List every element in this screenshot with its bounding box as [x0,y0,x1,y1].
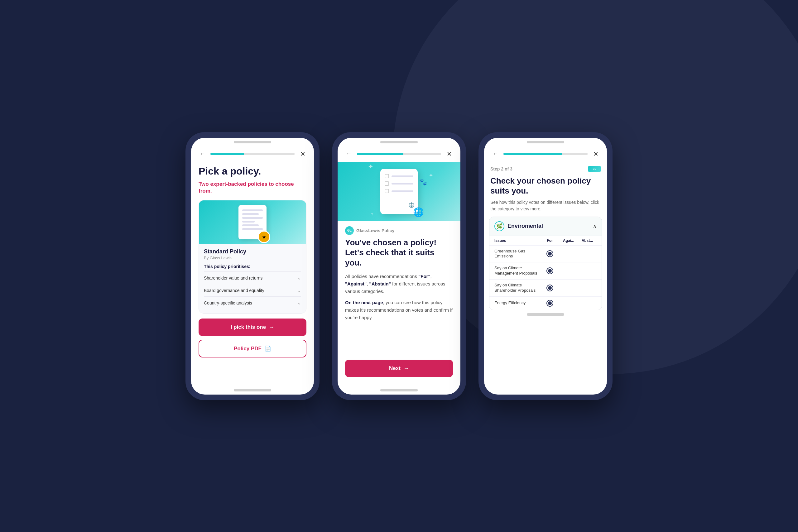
phone-2-inner: ← ✕ ✦ ✦ ? [338,138,460,395]
back-button[interactable]: ← [197,149,207,159]
doc-line-4 [242,221,255,223]
policy-item-2-label: Board governance and equality [204,288,264,293]
doc-illustration: ✦ ✦ ✦ ★ [239,205,267,239]
chevron-down-icon-1: ⌄ [297,275,301,281]
back-button-2[interactable]: ← [344,149,354,159]
policy-name: Standard Policy [204,248,301,255]
env-issue-2: Say on Climate Management Proposals [494,266,540,276]
progress-fill [210,153,244,155]
env-row-2: Say on Climate Management Proposals [489,262,602,279]
sparkle-p2-3: ? [371,212,374,217]
progress-bar [210,153,294,155]
scale-icon: ⚖️ [408,202,415,208]
checkbox-3 [385,189,389,193]
doc-paper: ★ [239,205,267,239]
p3-heading: Check your chosen policy suits you. [484,174,607,199]
progress-bar-3 [504,153,588,155]
phone-2-content: You've chosen a policy! Let's check that… [338,238,460,355]
check-line-1 [392,175,413,177]
p2-heading: You've chosen a policy! Let's check that… [345,238,453,268]
phone-3-header: ← ✕ [484,144,607,162]
p3-logo: GL [588,166,601,172]
env-header[interactable]: 🌿 Enviromental ∧ [489,217,602,235]
phones-container: ← ✕ Pick a policy. Two expert-backed pol… [186,132,612,400]
radio-filled-4 [547,300,553,307]
env-table: Issues For Agai... Abst... Greenhouse Ga… [489,235,602,310]
page-subtitle: Two expert-backed policies to choose fro… [198,181,306,194]
environmental-section: 🌿 Enviromental ∧ Issues For Agai... Abst… [489,216,602,310]
policy-pdf-label: Policy PDF [234,346,262,352]
env-table-header: Issues For Agai... Abst... [489,235,602,245]
doc-line-6 [242,228,263,230]
env-row-1: Greenhouse Gas Emissions [489,245,602,262]
close-button-2[interactable]: ✕ [444,149,454,159]
doc-line-1 [242,209,263,211]
doc-line-5 [242,224,259,226]
env-issue-1: Greenhouse Gas Emissions [494,249,540,259]
paw-icon: 🐾 [419,178,427,186]
radio-inner-3 [548,286,552,290]
env-issue-4: Energy Efficiency [494,301,540,306]
step-label: Step 2 of 3 [490,167,512,171]
env-issue-3: Say on Climate Shareholder Proposals [494,283,540,293]
policy-item-2[interactable]: Board governance and equality ⌄ [204,284,301,297]
policy-card: ✦ ✦ ✦ ★ [198,200,306,314]
col-against: Agai... [559,239,578,243]
pick-this-one-button[interactable]: I pick this one → [198,319,306,336]
doc-seal: ★ [258,231,270,243]
radio-inner-2 [548,269,552,273]
sparkle-p2-2: ✦ [429,172,433,179]
sparkle-p2-1: ✦ [368,163,374,171]
close-button[interactable]: ✕ [298,149,308,159]
progress-bar-2 [357,153,441,155]
phone-1-notch [234,141,271,144]
phone-3-notch [527,141,564,144]
phone-3-bottom-bar [527,313,564,316]
col-abstain: Abst... [578,239,596,243]
next-button[interactable]: Next → [345,360,453,377]
chevron-down-icon-2: ⌄ [297,287,301,293]
globe-icon: 🌐 [413,207,424,217]
phone-2-notch [380,141,418,144]
policy-pdf-button[interactable]: Policy PDF 📄 [198,340,306,358]
phone-1-inner: ← ✕ Pick a policy. Two expert-backed pol… [191,138,314,395]
policy-item-1[interactable]: Shareholder value and returns ⌄ [204,271,301,284]
phone-1-header: ← ✕ [191,144,314,162]
phone-2-bottom-bar [380,389,418,392]
checkbox-1 [385,174,389,178]
arrow-right-icon: → [269,324,274,330]
policy-card-body: Standard Policy By Glass Lewis This poli… [199,244,306,313]
env-header-left: 🌿 Enviromental [494,221,543,231]
glasslewis-label: GlassLewis Policy [356,228,394,233]
next-arrow-icon: → [404,365,409,372]
close-button-3[interactable]: ✕ [591,149,601,159]
radio-inner-4 [548,301,552,305]
pick-this-one-label: I pick this one [231,324,266,330]
checklist-paper: 🌐 🐾 ⚖️ [380,169,418,214]
checkbox-2 [385,182,389,186]
env-for-3 [540,285,559,291]
env-row-3: Say on Climate Shareholder Proposals [489,279,602,297]
col-issues: Issues [494,239,540,243]
checklist-item-3 [385,189,413,193]
progress-fill-2 [357,153,403,155]
back-button-3[interactable]: ← [490,149,500,159]
phone-1: ← ✕ Pick a policy. Two expert-backed pol… [186,132,320,400]
p2-body-2: On the next page, you can see how this p… [345,299,453,321]
policy-prioritises-label: This policy prioritises: [204,264,301,269]
p2-btn-area: Next → [338,355,460,386]
checklist-item-2 [385,182,413,186]
chevron-up-icon: ∧ [593,223,596,229]
policy-item-3[interactable]: Country-specific analysis ⌄ [204,297,301,309]
phone-1-content: Pick a policy. Two expert-backed policie… [191,162,314,386]
p3-step-row: Step 2 of 3 GL [484,162,607,174]
p2-illustration: ✦ ✦ ? [380,169,418,214]
col-for: For [540,239,559,243]
policy-by: By Glass Lewis [204,255,301,260]
next-label: Next [389,365,401,372]
pdf-icon: 📄 [265,345,271,352]
env-for-2 [540,267,559,274]
chevron-down-icon-3: ⌄ [297,300,301,306]
doc-line-2 [242,213,259,215]
check-line-2 [392,183,413,185]
